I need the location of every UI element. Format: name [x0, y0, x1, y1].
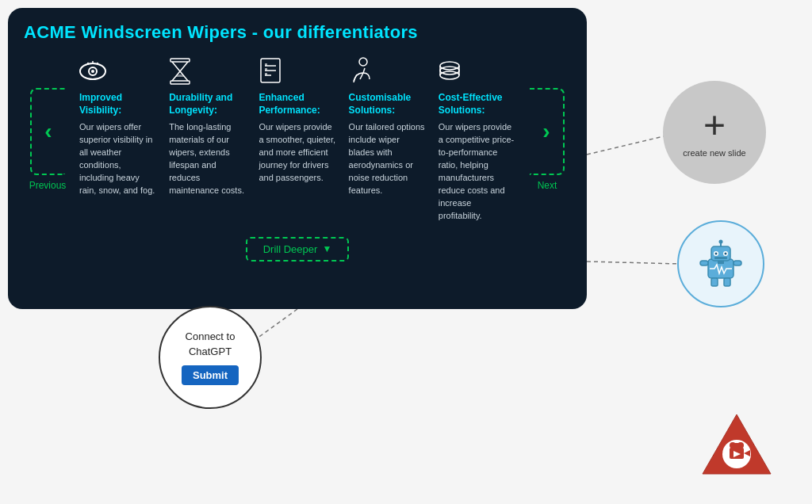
svg-point-5 [91, 70, 94, 73]
svg-rect-10 [170, 81, 190, 84]
feature-col-1: Improved Visibility: Our wipers offer su… [75, 54, 161, 226]
features-area: Improved Visibility: Our wipers offer su… [71, 54, 523, 226]
svg-rect-15 [265, 63, 267, 66]
chatgpt-circle: Connect toChatGPT Submit [159, 306, 262, 409]
drill-deeper-label: Drill Deeper [263, 243, 318, 255]
svg-rect-39 [700, 261, 708, 265]
feature-col-5: Cost-Effective Solutions: Our wipers pro… [434, 54, 520, 226]
feature-1-title: Improved Visibility: [79, 92, 156, 116]
svg-point-36 [725, 253, 727, 255]
feature-col-4: Customisable Solutions: Our tailored opt… [344, 54, 431, 226]
checklist-icon [259, 57, 335, 86]
next-chevron: › [530, 88, 565, 175]
svg-rect-41 [711, 278, 718, 286]
create-new-slide-button[interactable]: + create new slide [663, 81, 766, 184]
feature-2-title: Durability and Longevity: [169, 92, 246, 116]
feature-4-title: Customisable Solutions: [349, 92, 426, 116]
svg-rect-9 [170, 59, 190, 62]
create-slide-label: create new slide [683, 147, 746, 158]
svg-point-25 [440, 67, 459, 74]
svg-rect-37 [714, 257, 727, 259]
columns-row: ‹ Previous Improv [24, 54, 571, 226]
prev-chevron-icon: ‹ [44, 119, 52, 144]
next-chevron-icon: › [542, 119, 550, 144]
slide-panel: ACME Windscreen Wipers - our differentia… [8, 8, 587, 309]
svg-rect-17 [265, 73, 267, 75]
feature-4-body: Our tailored options include wiper blade… [349, 121, 426, 197]
svg-rect-42 [724, 278, 730, 286]
feature-5-body: Our wipers provide a competitive price-t… [439, 121, 515, 223]
svg-line-1 [587, 262, 680, 264]
svg-rect-48 [730, 443, 743, 449]
svg-rect-38 [718, 261, 724, 264]
submit-button[interactable]: Submit [182, 365, 239, 385]
svg-point-35 [715, 253, 718, 255]
logo-icon [701, 410, 772, 482]
feature-col-3: Enhanced Performance: Our wipers provide… [254, 54, 340, 226]
drill-deeper-button[interactable]: Drill Deeper ▼ [246, 237, 350, 262]
feature-5-title: Cost-Effective Solutions: [439, 92, 515, 116]
drill-deeper-area: Drill Deeper ▼ [24, 237, 571, 262]
ai-robot-button[interactable] [677, 220, 764, 307]
feature-3-body: Our wipers provide a smoother, quieter, … [259, 121, 335, 185]
svg-point-28 [440, 71, 459, 79]
chatgpt-label: Connect toChatGPT [186, 330, 236, 358]
svg-line-21 [363, 68, 365, 73]
svg-line-20 [360, 73, 363, 79]
robot-icon [695, 239, 746, 289]
svg-line-19 [354, 74, 357, 81]
nav-next-button[interactable]: › Next [523, 54, 571, 226]
feature-1-body: Our wipers offer superior visibility in … [79, 121, 156, 197]
slide-title: ACME Windscreen Wipers - our differentia… [24, 22, 571, 43]
person-icon [349, 57, 426, 86]
eye-icon [79, 57, 156, 86]
svg-point-32 [719, 240, 723, 244]
nav-previous-button[interactable]: ‹ Previous [24, 54, 71, 226]
next-label: Next [538, 180, 557, 191]
svg-rect-40 [733, 261, 741, 265]
hourglass-icon [169, 57, 246, 86]
prev-label: Previous [29, 180, 67, 191]
plus-icon: + [703, 106, 726, 144]
prev-chevron: ‹ [30, 88, 65, 175]
feature-col-2: Durability and Longevity: The long-lasti… [164, 54, 251, 226]
feature-2-body: The long-lasting materials of our wipers… [169, 121, 246, 197]
svg-rect-16 [265, 68, 267, 71]
svg-point-18 [359, 58, 367, 66]
coins-icon [439, 57, 515, 86]
drill-deeper-arrow-icon: ▼ [322, 243, 331, 254]
svg-point-22 [440, 62, 459, 70]
feature-3-title: Enhanced Performance: [259, 92, 335, 116]
